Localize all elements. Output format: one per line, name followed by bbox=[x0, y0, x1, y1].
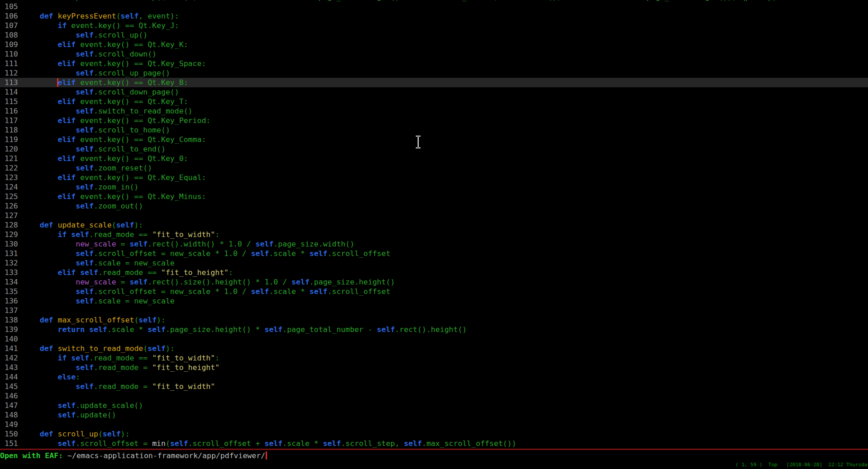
code-line[interactable]: 124 self.zoom_in() bbox=[0, 182, 868, 192]
code-line[interactable]: 136 self.scale = new_scale bbox=[0, 296, 868, 306]
code-line[interactable]: 125 elif event.key() == Qt.Key_Minus: bbox=[0, 192, 868, 201]
line-number: 114 bbox=[0, 87, 22, 97]
code-text: def keyPressEvent(self, event): bbox=[22, 11, 179, 21]
code-text: self.read_mode = "fit_to_width" bbox=[22, 382, 215, 391]
code-line[interactable]: 150 def scroll_up(self): bbox=[0, 429, 868, 439]
code-line[interactable]: 121 elif event.key() == Qt.Key_0: bbox=[0, 154, 868, 163]
code-line[interactable]: 141 def switch_to_read_mode(self): bbox=[0, 344, 868, 353]
code-text: if self.read_mode == "fit_to_width": bbox=[22, 353, 219, 363]
code-line[interactable]: 110 self.scroll_down() bbox=[0, 49, 868, 59]
code-line[interactable]: 126 self.zoom_out() bbox=[0, 201, 868, 211]
code-line[interactable]: 118 self.scroll_to_home() bbox=[0, 125, 868, 135]
line-number: 110 bbox=[0, 49, 22, 59]
line-number: 105 bbox=[0, 2, 22, 11]
minibuffer-cursor bbox=[266, 451, 267, 460]
line-number: 143 bbox=[0, 363, 22, 372]
line-number: 130 bbox=[0, 239, 22, 249]
code-line[interactable]: 131 self.scroll_offset = new_scale * 1.0… bbox=[0, 249, 868, 258]
code-line[interactable]: 129 if self.read_mode == "fit_to_width": bbox=[0, 230, 868, 239]
code-line[interactable]: 123 elif event.key() == Qt.Key_Equal: bbox=[0, 173, 868, 182]
code-text: new_scale = self.rect().width() * 1.0 / … bbox=[22, 239, 354, 249]
code-line[interactable]: painter.drawPixmap(QRect(0, index * self… bbox=[0, 0, 868, 2]
code-line[interactable]: 119 elif event.key() == Qt.Key_Comma: bbox=[0, 135, 868, 144]
line-number: 150 bbox=[0, 429, 22, 439]
code-line[interactable]: 109 elif event.key() == Qt.Key_K: bbox=[0, 40, 868, 49]
status-tray: ( 1, 59 ) Top [2018-06-28] 22:12 Thursda… bbox=[735, 461, 868, 468]
code-text: def max_scroll_offset(self): bbox=[22, 315, 166, 325]
code-line[interactable]: 137 bbox=[0, 306, 868, 315]
code-line[interactable]: 111 elif event.key() == Qt.Key_Space: bbox=[0, 59, 868, 68]
line-number: 147 bbox=[0, 401, 22, 410]
code-line[interactable]: 135 self.scroll_offset = new_scale * 1.0… bbox=[0, 287, 868, 296]
line-number: 133 bbox=[0, 268, 22, 277]
code-line[interactable]: 145 self.read_mode = "fit_to_width" bbox=[0, 382, 868, 391]
code-text: elif event.key() == Qt.Key_Equal: bbox=[22, 173, 206, 182]
code-text: elif event.key() == Qt.Key_Period: bbox=[22, 116, 210, 125]
code-text: def update_scale(self): bbox=[22, 220, 143, 230]
line-number: 109 bbox=[0, 40, 22, 49]
code-line[interactable]: 116 self.switch_to_read_mode() bbox=[0, 106, 868, 116]
code-line[interactable]: 117 elif event.key() == Qt.Key_Period: bbox=[0, 116, 868, 125]
code-line[interactable]: 105 bbox=[0, 2, 868, 11]
line-number: 116 bbox=[0, 106, 22, 116]
line-number: 139 bbox=[0, 325, 22, 334]
line-number: 125 bbox=[0, 192, 22, 201]
code-line[interactable]: 120 self.scroll_to_end() bbox=[0, 144, 868, 154]
line-number: 118 bbox=[0, 125, 22, 135]
code-text: elif self.read_mode == "fit_to_height": bbox=[22, 268, 233, 277]
code-text: new_scale = self.rect().size().height() … bbox=[22, 277, 395, 287]
line-number: 123 bbox=[0, 173, 22, 182]
line-number: 149 bbox=[0, 420, 22, 429]
code-text: self.scroll_down() bbox=[22, 49, 157, 59]
code-line[interactable]: 106 def keyPressEvent(self, event): bbox=[0, 11, 868, 21]
code-line[interactable]: 143 self.read_mode = "fit_to_height" bbox=[0, 363, 868, 372]
minibuffer-input[interactable]: Open with EAF: ~/emacs-application-frame… bbox=[0, 451, 267, 460]
code-text: self.read_mode = "fit_to_height" bbox=[22, 363, 219, 372]
code-line[interactable]: 140 bbox=[0, 334, 868, 344]
code-text: elif event.key() == Qt.Key_T: bbox=[22, 97, 188, 106]
line-number: 107 bbox=[0, 21, 22, 30]
code-line[interactable]: 130 new_scale = self.rect().width() * 1.… bbox=[0, 239, 868, 249]
code-line[interactable]: 134 new_scale = self.rect().size().heigh… bbox=[0, 277, 868, 287]
line-number: 144 bbox=[0, 372, 22, 382]
line-number: 106 bbox=[0, 11, 22, 21]
code-line[interactable]: 147 self.update_scale() bbox=[0, 401, 868, 410]
code-line[interactable]: 139 return self.scale * self.page_size.h… bbox=[0, 325, 868, 334]
code-text: self.scroll_to_home() bbox=[22, 125, 170, 135]
code-line[interactable]: 107 if event.key() == Qt.Key_J: bbox=[0, 21, 868, 30]
line-number: 112 bbox=[0, 68, 22, 78]
code-line[interactable]: 128 def update_scale(self): bbox=[0, 220, 868, 230]
code-text: self.zoom_out() bbox=[22, 201, 143, 211]
code-text: self.scroll_up() bbox=[22, 30, 148, 40]
code-line[interactable]: 146 bbox=[0, 391, 868, 401]
code-line[interactable]: 144 else: bbox=[0, 372, 868, 382]
minibuffer: Open with EAF: ~/emacs-application-frame… bbox=[0, 450, 868, 469]
code-text: self.scale = new_scale bbox=[22, 296, 175, 306]
code-line-current[interactable]: 113 elif event.key() == Qt.Key_B: bbox=[0, 78, 868, 87]
line-number: 142 bbox=[0, 353, 22, 363]
code-line[interactable]: 114 self.scroll_down_page() bbox=[0, 87, 868, 97]
code-line[interactable]: 133 elif self.read_mode == "fit_to_heigh… bbox=[0, 268, 868, 277]
code-line[interactable]: 115 elif event.key() == Qt.Key_T: bbox=[0, 97, 868, 106]
code-line[interactable]: 138 def max_scroll_offset(self): bbox=[0, 315, 868, 325]
code-editor-window[interactable]: painter.drawPixmap(QRect(0, index * self… bbox=[0, 0, 868, 449]
minibuffer-prompt: Open with EAF: bbox=[0, 451, 67, 460]
code-text: elif event.key() == Qt.Key_B: bbox=[22, 78, 188, 87]
line-number: 148 bbox=[0, 410, 22, 420]
code-line[interactable]: 132 self.scale = new_scale bbox=[0, 258, 868, 268]
line-number: 122 bbox=[0, 163, 22, 173]
code-text: self.scroll_to_end() bbox=[22, 144, 166, 154]
code-line[interactable]: 112 self.scroll_up_page() bbox=[0, 68, 868, 78]
line-number: 111 bbox=[0, 59, 22, 68]
code-line[interactable]: 142 if self.read_mode == "fit_to_width": bbox=[0, 353, 868, 363]
line-number: 119 bbox=[0, 135, 22, 144]
line-number: 121 bbox=[0, 154, 22, 163]
line-number: 124 bbox=[0, 182, 22, 192]
code-line[interactable]: 151 self.scroll_offset = min(self.scroll… bbox=[0, 439, 868, 448]
code-line[interactable]: 127 bbox=[0, 211, 868, 220]
code-line[interactable]: 122 self.zoom_reset() bbox=[0, 163, 868, 173]
code-line[interactable]: 149 bbox=[0, 420, 868, 429]
line-number: 137 bbox=[0, 306, 22, 315]
code-line[interactable]: 148 self.update() bbox=[0, 410, 868, 420]
code-line[interactable]: 108 self.scroll_up() bbox=[0, 30, 868, 40]
